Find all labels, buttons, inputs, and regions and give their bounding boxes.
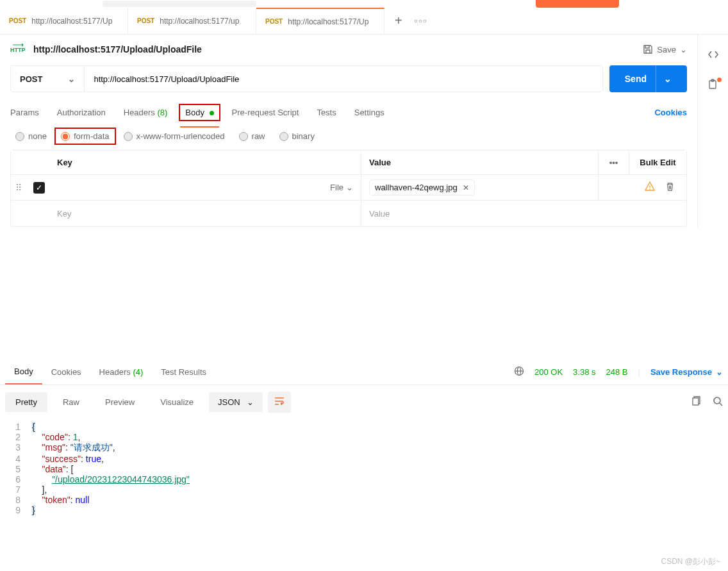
- response-meta: 200 OK 3.38 s 248 B | Save Response ⌄: [514, 366, 723, 378]
- svg-text:HTTP: HTTP: [10, 47, 26, 53]
- value-cell[interactable]: wallhaven-42qewg.jpg ✕: [361, 175, 598, 200]
- cookies-link[interactable]: Cookies: [654, 108, 687, 117]
- tab-tests[interactable]: Tests: [317, 108, 336, 117]
- http-icon: HTTP: [10, 44, 26, 55]
- tab-method: POST: [265, 18, 283, 25]
- delete-row-icon[interactable]: [665, 182, 675, 194]
- radio-form-data[interactable]: form-data: [54, 128, 116, 145]
- body-modified-dot-icon: [210, 111, 214, 115]
- chevron-down-icon[interactable]: ⌄: [656, 65, 672, 92]
- response-body[interactable]: 1{ 2 "code": 1, 3 "msg": "请求成功", 4 "succ…: [0, 419, 728, 518]
- bulk-edit-button[interactable]: Bulk Edit: [629, 151, 686, 174]
- chevron-down-icon: ⌄: [68, 74, 75, 84]
- more-columns-icon[interactable]: •••: [598, 151, 629, 174]
- top-search[interactable]: [103, 1, 256, 7]
- method-select[interactable]: POST ⌄: [11, 66, 85, 92]
- response-toolbar: Pretty Raw Preview Visualize JSON ⌄: [0, 385, 728, 419]
- format-select[interactable]: JSON ⌄: [209, 392, 263, 412]
- notification-dot-icon: [717, 78, 722, 82]
- key-cell[interactable]: File ⌄: [52, 183, 361, 192]
- save-button[interactable]: Save ⌄: [643, 44, 687, 54]
- form-data-table: Key Value ••• Bulk Edit ⠿ ✓ File ⌄ wallh…: [10, 150, 687, 227]
- row-actions: [598, 175, 686, 200]
- radio-raw[interactable]: raw: [239, 131, 265, 141]
- tab-1[interactable]: POST http://localhost:5177/up: [128, 8, 256, 34]
- radio-icon: [15, 132, 24, 141]
- chevron-down-icon: ⌄: [680, 45, 687, 54]
- wrap-lines-icon[interactable]: [268, 392, 291, 413]
- tab-settings[interactable]: Settings: [354, 108, 385, 117]
- value-header: Value: [361, 151, 598, 174]
- response-size: 248 B: [606, 367, 628, 377]
- view-raw[interactable]: Raw: [53, 392, 90, 412]
- radio-icon: [239, 132, 248, 141]
- tab-authorization[interactable]: Authorization: [57, 108, 106, 117]
- watermark: CSDN @彭小彭~: [661, 556, 720, 567]
- tab-title: http://localhost:5177/Up: [288, 17, 368, 26]
- radio-binary[interactable]: binary: [279, 131, 315, 141]
- svg-line-10: [720, 403, 722, 406]
- tab-method: POST: [137, 17, 154, 24]
- right-sidebar: [697, 35, 728, 227]
- tab-title: http://localhost:5177/up: [160, 17, 239, 26]
- drag-handle-icon[interactable]: ⠿: [11, 183, 26, 193]
- file-name: wallhaven-42qewg.jpg: [375, 183, 458, 192]
- copy-icon[interactable]: [691, 396, 701, 408]
- tab-2[interactable]: POST http://localhost:5177/Up: [256, 8, 385, 34]
- table-row-empty: Key Value: [11, 201, 686, 226]
- response-panel: Body Cookies Headers (4) Test Results 20…: [0, 360, 728, 571]
- radio-icon: [124, 132, 133, 141]
- table-header: Key Value ••• Bulk Edit: [11, 151, 686, 175]
- radio-none[interactable]: none: [15, 131, 47, 141]
- more-tabs-icon[interactable]: ○○○: [414, 17, 427, 24]
- svg-rect-3: [709, 81, 716, 88]
- warning-icon[interactable]: [645, 181, 655, 194]
- new-tab-icon[interactable]: +: [395, 13, 402, 28]
- radio-icon: [279, 132, 288, 141]
- save-response-button[interactable]: Save Response ⌄: [650, 367, 723, 377]
- view-pretty[interactable]: Pretty: [5, 392, 47, 412]
- row-checkbox[interactable]: ✓: [26, 182, 52, 194]
- tab-body-label: Body: [185, 108, 204, 117]
- res-tab-headers[interactable]: Headers (4): [90, 360, 153, 385]
- breadcrumb-title: http://localhost:5177/Upload/UploadFile: [33, 44, 202, 54]
- view-preview[interactable]: Preview: [95, 392, 145, 412]
- tab-0[interactable]: POST http://localhost:5177/Up: [0, 8, 128, 34]
- save-icon: [643, 44, 653, 54]
- code-icon[interactable]: [707, 49, 719, 62]
- search-icon[interactable]: [713, 396, 723, 408]
- save-label: Save: [657, 45, 676, 54]
- top-orange-button[interactable]: [536, 0, 619, 8]
- send-button[interactable]: Send ⌄: [609, 65, 687, 92]
- globe-icon[interactable]: [514, 366, 524, 378]
- chevron-down-icon: ⌄: [247, 397, 254, 407]
- url-input[interactable]: [85, 66, 602, 92]
- res-tab-cookies[interactable]: Cookies: [42, 360, 90, 385]
- top-bar: [0, 0, 728, 8]
- tab-headers[interactable]: Headers (8): [124, 108, 168, 117]
- request-subtabs: Params Authorization Headers (8) Body Pr…: [10, 100, 687, 125]
- file-type-select[interactable]: File ⌄: [330, 183, 353, 192]
- value-input[interactable]: Value: [361, 201, 686, 226]
- clipboard-icon[interactable]: [707, 79, 719, 92]
- status-badge: 200 OK: [534, 367, 563, 377]
- tab-headers-label: Headers: [124, 108, 155, 117]
- chevron-down-icon: ⌄: [346, 183, 353, 192]
- radio-x-www[interactable]: x-www-form-urlencoded: [124, 131, 225, 141]
- res-tab-body[interactable]: Body: [5, 360, 42, 385]
- response-tabs: Body Cookies Headers (4) Test Results 20…: [0, 360, 728, 385]
- key-header: Key: [52, 158, 361, 167]
- file-chip: wallhaven-42qewg.jpg ✕: [369, 179, 475, 195]
- tab-actions: + ○○○: [385, 8, 438, 34]
- checkmark-icon: ✓: [33, 182, 45, 194]
- res-tab-test-results[interactable]: Test Results: [152, 360, 215, 385]
- remove-file-icon[interactable]: ✕: [463, 183, 469, 192]
- tab-params[interactable]: Params: [10, 108, 39, 117]
- breadcrumb: HTTP http://localhost:5177/Upload/Upload…: [10, 44, 687, 55]
- tab-pre-request[interactable]: Pre-request Script: [232, 108, 299, 117]
- chevron-down-icon: ⌄: [716, 367, 723, 377]
- response-time: 3.38 s: [573, 367, 595, 377]
- key-input[interactable]: Key: [52, 209, 361, 219]
- tab-body[interactable]: Body: [179, 104, 220, 121]
- view-visualize[interactable]: Visualize: [150, 392, 204, 412]
